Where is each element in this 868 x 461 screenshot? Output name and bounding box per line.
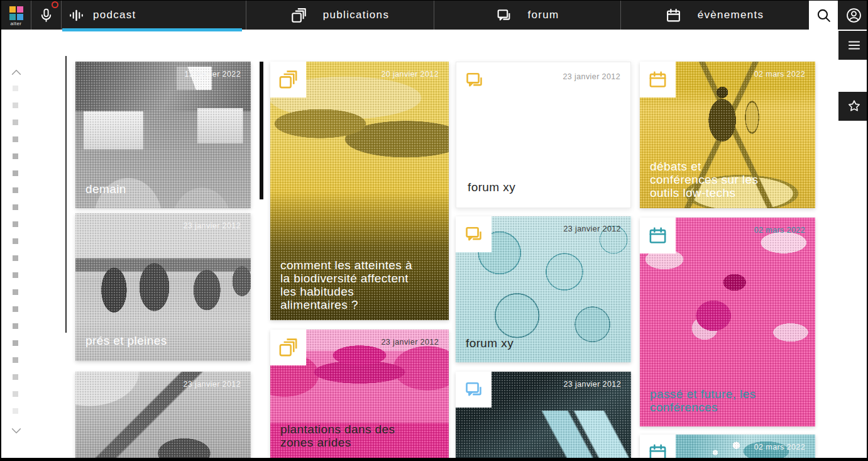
scroll-dot[interactable] (13, 357, 18, 363)
column-scrollbar[interactable] (260, 62, 263, 199)
column-track (65, 56, 67, 333)
scroll-dot[interactable] (13, 136, 18, 142)
card-date: 20 janvier 2012 (382, 70, 439, 79)
podcast-card[interactable]: 23 janvier 2012 (75, 372, 251, 458)
scroll-dot[interactable] (13, 255, 18, 261)
account-icon (845, 7, 862, 24)
card-type-badge (456, 216, 492, 252)
scroll-dot[interactable] (13, 153, 18, 159)
stacked-pages-icon (291, 8, 307, 23)
card-type-badge (270, 62, 306, 97)
forum-card[interactable]: 23 janvier 2012 forum xy (456, 62, 631, 208)
search-button[interactable] (809, 1, 838, 30)
event-card[interactable]: 02 mars 2022 (640, 435, 815, 458)
page: alter podcast publications forum évèneme… (0, 0, 868, 461)
menu-button[interactable] (838, 31, 868, 60)
scroll-dot[interactable] (13, 289, 18, 295)
card-title: débats et conférences sur les outils low… (650, 160, 769, 199)
scroll-dot[interactable] (13, 103, 18, 108)
podcast-card[interactable]: 23 janvier 2012 prés et pleines (75, 213, 251, 361)
brand-logo[interactable]: alter (1, 1, 31, 30)
star-icon (847, 99, 862, 114)
card-title: plantations dans des zones arides (280, 423, 415, 449)
mic-button[interactable] (31, 1, 62, 30)
scroll-dot[interactable] (13, 391, 18, 397)
search-icon (816, 8, 832, 23)
top-navigation: alter podcast publications forum évèneme… (1, 1, 809, 30)
tab-forum-label: forum (528, 9, 559, 21)
active-tab-underline (62, 28, 242, 31)
card-type-badge (270, 330, 306, 365)
scroll-rail (1, 30, 31, 461)
stacked-pages-icon (278, 338, 298, 357)
event-card[interactable]: 02 mars 2022 passé et future, les confér… (640, 218, 815, 426)
calendar-icon (648, 443, 667, 458)
hamburger-icon (847, 38, 862, 53)
tab-evenements[interactable]: évènements (621, 1, 808, 30)
chat-bubbles-icon (496, 8, 512, 23)
card-type-badge (456, 372, 492, 408)
card-date: 02 mars 2022 (754, 443, 805, 452)
card-title: forum xy (468, 181, 515, 194)
calendar-icon (648, 70, 667, 89)
chat-bubbles-icon (464, 225, 483, 244)
scroll-dot[interactable] (13, 408, 18, 414)
waveform-icon (69, 8, 84, 23)
scroll-dot[interactable] (13, 170, 18, 176)
card-date: 12 février 2022 (185, 70, 241, 79)
brand-name: alter (10, 21, 21, 26)
alter-logo-icon (9, 6, 23, 20)
card-date: 23 janvier 2012 (382, 338, 439, 347)
card-date: 23 janvier 2012 (563, 72, 620, 81)
forum-card[interactable]: 23 janvier 2012 forum xy (456, 216, 631, 362)
card-date: 23 janvier 2012 (564, 380, 621, 389)
microphone-icon (38, 8, 54, 23)
notification-badge (52, 1, 58, 8)
tab-evenements-label: évènements (698, 9, 764, 21)
card-date: 02 mars 2022 (754, 226, 805, 235)
calendar-icon (648, 226, 667, 245)
chat-bubbles-icon (464, 380, 483, 399)
card-date: 02 mars 2022 (754, 70, 805, 79)
chevron-up-icon[interactable] (10, 67, 23, 77)
chat-bubbles-icon (464, 70, 484, 90)
card-title: comment les atteintes à la biodiversité … (280, 258, 415, 311)
scroll-dot[interactable] (13, 323, 18, 329)
scroll-dot[interactable] (13, 238, 18, 244)
card-date: 23 janvier 2012 (184, 221, 241, 230)
forum-card[interactable]: 23 janvier 2012 (456, 372, 631, 458)
card-date: 23 janvier 2012 (184, 380, 241, 389)
card-type-badge (640, 435, 676, 458)
event-card[interactable]: 02 mars 2022 débats et conférences sur l… (640, 62, 815, 208)
tab-publications-label: publications (323, 9, 389, 21)
scroll-dot[interactable] (13, 272, 18, 278)
card-title: forum xy (466, 336, 514, 350)
scroll-dot[interactable] (13, 340, 18, 346)
scroll-dot[interactable] (13, 204, 18, 210)
publication-card[interactable]: 23 janvier 2012 plantations dans des zon… (270, 330, 449, 458)
scroll-dot[interactable] (13, 86, 18, 91)
card-title: passé et future, les conférences (650, 387, 785, 414)
account-button[interactable] (838, 1, 868, 30)
card-title: demain (85, 182, 126, 196)
publication-card[interactable]: 20 janvier 2012 comment les atteintes à … (270, 62, 449, 320)
scroll-dot[interactable] (13, 306, 18, 312)
stacked-pages-icon (278, 70, 298, 89)
card-type-badge (456, 62, 492, 98)
scroll-dot[interactable] (13, 374, 18, 380)
calendar-icon (666, 8, 681, 23)
scroll-dot[interactable] (13, 221, 18, 227)
card-title: prés et pleines (85, 334, 167, 347)
scroll-dots (13, 86, 18, 414)
tab-podcast[interactable]: podcast (62, 1, 246, 30)
chevron-down-icon[interactable] (10, 426, 23, 436)
tab-forum[interactable]: forum (434, 1, 621, 30)
card-type-badge (640, 62, 676, 97)
scroll-dot[interactable] (13, 119, 18, 125)
tab-publications[interactable]: publications (246, 1, 434, 30)
tab-podcast-label: podcast (93, 9, 136, 21)
podcast-card[interactable]: 12 février 2022 demain (75, 62, 251, 208)
card-type-badge (640, 218, 676, 253)
scroll-dot[interactable] (13, 187, 18, 193)
favorite-button[interactable] (838, 92, 868, 121)
